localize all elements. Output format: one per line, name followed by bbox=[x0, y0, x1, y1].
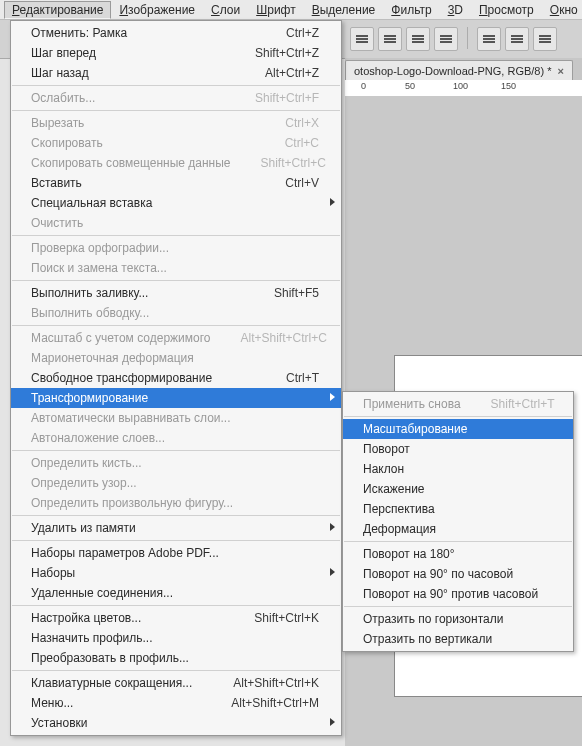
edit-menu-item: Скопировать совмещенные данныеShift+Ctrl… bbox=[11, 153, 341, 173]
menu-separator bbox=[12, 325, 340, 326]
distribute-button-3[interactable] bbox=[533, 27, 557, 51]
transform-menu-item[interactable]: Отразить по горизонтали bbox=[343, 609, 573, 629]
menu-item-Просмотр[interactable]: Просмотр bbox=[471, 1, 542, 19]
menu-item-label: Автоналожение слоев... bbox=[31, 431, 319, 445]
edit-menu-item[interactable]: Преобразовать в профиль... bbox=[11, 648, 341, 668]
menu-item-shortcut: Shift+Ctrl+K bbox=[254, 611, 319, 625]
edit-menu-item: Масштаб с учетом содержимогоAlt+Shift+Ct… bbox=[11, 328, 341, 348]
menu-item-3D[interactable]: 3D bbox=[440, 1, 471, 19]
align-button-4[interactable] bbox=[434, 27, 458, 51]
menu-item-label: Клавиатурные сокращения... bbox=[31, 676, 203, 690]
edit-menu-item[interactable]: Установки bbox=[11, 713, 341, 733]
edit-menu-item[interactable]: Удаленные соединения... bbox=[11, 583, 341, 603]
menu-item-shortcut: Ctrl+X bbox=[285, 116, 319, 130]
edit-menu-item[interactable]: ВставитьCtrl+V bbox=[11, 173, 341, 193]
menu-separator bbox=[12, 280, 340, 281]
edit-menu-item[interactable]: Свободное трансформированиеCtrl+T bbox=[11, 368, 341, 388]
transform-menu-item[interactable]: Перспектива bbox=[343, 499, 573, 519]
align-button-2[interactable] bbox=[378, 27, 402, 51]
menu-item-Выделение[interactable]: Выделение bbox=[304, 1, 384, 19]
document-tab[interactable]: otoshop-Logo-Download-PNG, RGB/8) * × bbox=[345, 60, 573, 80]
edit-menu-item: Выполнить обводку... bbox=[11, 303, 341, 323]
menu-item-label: Специальная вставка bbox=[31, 196, 319, 210]
menu-item-label: Настройка цветов... bbox=[31, 611, 224, 625]
ruler-horizontal: 050100150 bbox=[345, 80, 582, 97]
menu-item-Изображение[interactable]: Изображение bbox=[111, 1, 203, 19]
transform-menu-item[interactable]: Поворот на 180° bbox=[343, 544, 573, 564]
distribute-button-2[interactable] bbox=[505, 27, 529, 51]
menu-item-Шрифт[interactable]: Шрифт bbox=[248, 1, 303, 19]
menu-item-label: Вырезать bbox=[31, 116, 255, 130]
transform-menu-item[interactable]: Поворот на 90° против часовой bbox=[343, 584, 573, 604]
transform-menu-item[interactable]: Масштабирование bbox=[343, 419, 573, 439]
transform-menu-item[interactable]: Деформация bbox=[343, 519, 573, 539]
transform-menu-item: Применить сноваShift+Ctrl+T bbox=[343, 394, 573, 414]
menu-item-shortcut: Alt+Shift+Ctrl+C bbox=[241, 331, 327, 345]
edit-menu-item[interactable]: Выполнить заливку...Shift+F5 bbox=[11, 283, 341, 303]
align-button-1[interactable] bbox=[350, 27, 374, 51]
submenu-arrow-icon bbox=[330, 198, 335, 206]
ruler-tick: 0 bbox=[361, 81, 366, 91]
menu-item-label: Трансформирование bbox=[31, 391, 319, 405]
edit-menu-item[interactable]: Шаг впередShift+Ctrl+Z bbox=[11, 43, 341, 63]
edit-menu-item[interactable]: Шаг назадAlt+Ctrl+Z bbox=[11, 63, 341, 83]
transform-menu-item[interactable]: Поворот bbox=[343, 439, 573, 459]
edit-menu-item[interactable]: Наборы bbox=[11, 563, 341, 583]
menu-item-label: Меню... bbox=[31, 696, 201, 710]
edit-menu-item: ВырезатьCtrl+X bbox=[11, 113, 341, 133]
menu-item-label: Удаленные соединения... bbox=[31, 586, 319, 600]
menu-item-label: Очистить bbox=[31, 216, 319, 230]
menu-item-label: Определить произвольную фигуру... bbox=[31, 496, 319, 510]
menu-item-Слои[interactable]: Слои bbox=[203, 1, 248, 19]
ruler-tick: 150 bbox=[501, 81, 516, 91]
menu-item-label: Ослабить... bbox=[31, 91, 225, 105]
transform-menu-item[interactable]: Наклон bbox=[343, 459, 573, 479]
menu-item-label: Шаг назад bbox=[31, 66, 235, 80]
edit-menu-item[interactable]: Клавиатурные сокращения...Alt+Shift+Ctrl… bbox=[11, 673, 341, 693]
align-button-3[interactable] bbox=[406, 27, 430, 51]
menu-item-shortcut: Shift+Ctrl+Z bbox=[255, 46, 319, 60]
menu-item-label: Выполнить заливку... bbox=[31, 286, 244, 300]
menu-item-label: Скопировать bbox=[31, 136, 255, 150]
submenu-arrow-icon bbox=[330, 568, 335, 576]
edit-menu-item[interactable]: Наборы параметров Adobe PDF... bbox=[11, 543, 341, 563]
menu-item-shortcut: Ctrl+Z bbox=[286, 26, 319, 40]
menu-item-label: Шаг вперед bbox=[31, 46, 225, 60]
menu-item-Окно[interactable]: Окно bbox=[542, 1, 582, 19]
edit-menu-item[interactable]: Настройка цветов...Shift+Ctrl+K bbox=[11, 608, 341, 628]
edit-menu-item: Марионеточная деформация bbox=[11, 348, 341, 368]
edit-menu-item[interactable]: Специальная вставка bbox=[11, 193, 341, 213]
menu-item-Редактирование[interactable]: Редактирование bbox=[4, 1, 111, 19]
edit-menu-item: Автоналожение слоев... bbox=[11, 428, 341, 448]
menu-item-shortcut: Shift+Ctrl+T bbox=[491, 397, 555, 411]
edit-menu-item[interactable]: Меню...Alt+Shift+Ctrl+M bbox=[11, 693, 341, 713]
edit-menu-item: Проверка орфографии... bbox=[11, 238, 341, 258]
menu-item-label: Поиск и замена текста... bbox=[31, 261, 319, 275]
edit-menu-item[interactable]: Удалить из памяти bbox=[11, 518, 341, 538]
edit-menu: Отменить: РамкаCtrl+ZШаг впередShift+Ctr… bbox=[10, 20, 342, 736]
edit-menu-item: Очистить bbox=[11, 213, 341, 233]
menu-item-label: Отменить: Рамка bbox=[31, 26, 256, 40]
menu-item-Фильтр[interactable]: Фильтр bbox=[383, 1, 439, 19]
edit-menu-item[interactable]: Трансформирование bbox=[11, 388, 341, 408]
transform-menu-item[interactable]: Отразить по вертикали bbox=[343, 629, 573, 649]
edit-menu-item[interactable]: Назначить профиль... bbox=[11, 628, 341, 648]
ruler-tick: 50 bbox=[405, 81, 415, 91]
menu-item-label: Поворот на 180° bbox=[363, 547, 551, 561]
menu-item-label: Применить снова bbox=[363, 397, 461, 411]
transform-menu-item[interactable]: Поворот на 90° по часовой bbox=[343, 564, 573, 584]
menu-item-shortcut: Shift+Ctrl+F bbox=[255, 91, 319, 105]
menu-item-label: Масштаб с учетом содержимого bbox=[31, 331, 211, 345]
menu-item-label: Автоматически выравнивать слои... bbox=[31, 411, 319, 425]
menu-separator bbox=[12, 450, 340, 451]
menu-item-label: Скопировать совмещенные данные bbox=[31, 156, 231, 170]
close-icon[interactable]: × bbox=[557, 65, 563, 77]
menu-item-label: Определить узор... bbox=[31, 476, 319, 490]
edit-menu-item: Определить кисть... bbox=[11, 453, 341, 473]
menu-item-label: Масштабирование bbox=[363, 422, 551, 436]
submenu-arrow-icon bbox=[330, 523, 335, 531]
edit-menu-item[interactable]: Отменить: РамкаCtrl+Z bbox=[11, 23, 341, 43]
menu-item-label: Отразить по горизонтали bbox=[363, 612, 551, 626]
distribute-button-1[interactable] bbox=[477, 27, 501, 51]
transform-menu-item[interactable]: Искажение bbox=[343, 479, 573, 499]
